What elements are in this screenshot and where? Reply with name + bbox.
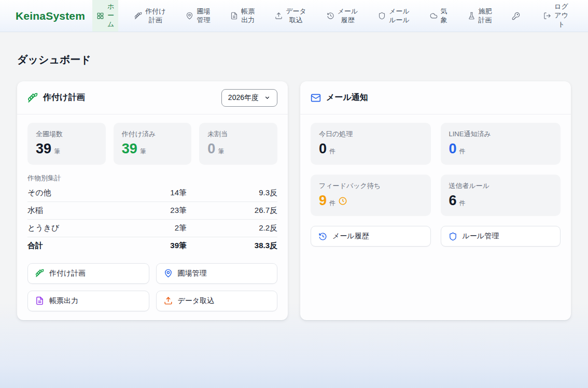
map-pin-icon xyxy=(186,12,193,20)
nav-item-label: メール ルール xyxy=(389,7,410,25)
upload-icon xyxy=(164,296,173,305)
stat-today-processed: 今日の処理 0 件 xyxy=(311,123,431,165)
page-title: ダッシュボード xyxy=(17,53,571,67)
stat-unit: 件 xyxy=(329,147,335,156)
logout-icon xyxy=(543,12,551,20)
nav-item-logout[interactable]: ログ アウ ト xyxy=(539,0,572,32)
crop-count: 14筆 xyxy=(124,188,187,198)
crop-name: 水稲 xyxy=(27,206,124,215)
nav-item-label: 気 象 xyxy=(441,7,447,25)
table-row: 水稲 23筆 26.7反 xyxy=(27,202,277,220)
wheat-icon xyxy=(35,269,44,278)
planting-plan-card: 作付け計画 2026年度 全圃場数 39 筆 作付け xyxy=(17,81,288,320)
crop-name: とうきび xyxy=(27,223,124,233)
nav-item-label: 帳票 出力 xyxy=(241,7,255,25)
crop-count: 39筆 xyxy=(124,241,187,251)
nav-item-weather[interactable]: 気 象 xyxy=(426,0,452,32)
crop-summary-table: 作物別集計 その他 14筆 9.3反 水稲 23筆 26.7反 とうきび 2筆 xyxy=(27,174,277,255)
stat-value: 9 xyxy=(319,193,327,209)
year-select-value: 2026年度 xyxy=(228,93,259,103)
crop-count: 2筆 xyxy=(124,223,187,233)
upload-icon xyxy=(275,12,283,20)
planting-card-title: 作付け計画 xyxy=(43,92,85,103)
nav-item-mail-history[interactable]: メール 履歴 xyxy=(323,0,362,32)
mail-notification-card: メール通知 今日の処理 0 件 LINE通知済み 0 xyxy=(300,81,571,320)
mail-card-body: 今日の処理 0 件 LINE通知済み 0 件 フ xyxy=(300,114,571,320)
stat-unit: 件 xyxy=(459,147,466,156)
shield-icon xyxy=(449,232,457,241)
nav-item-home[interactable]: ホ ー ム xyxy=(92,0,118,32)
nav-item-planting-plan[interactable]: 作付け 計画 xyxy=(130,0,170,32)
shield-icon xyxy=(378,12,386,20)
nav-item-label: ホ ー ム xyxy=(107,3,114,29)
key-icon xyxy=(512,12,520,20)
button-label: 圃場管理 xyxy=(178,269,207,278)
history-icon xyxy=(327,12,334,20)
stat-label: 全圃場数 xyxy=(36,130,97,139)
button-label: 作付け計画 xyxy=(49,269,86,278)
wheat-icon xyxy=(27,93,38,103)
planting-plan-button[interactable]: 作付け計画 xyxy=(27,263,149,284)
dashboard-page: ダッシュボード 作付け計画 2026年度 全圃場数 39 筆 xyxy=(0,32,588,320)
mail-icon xyxy=(311,93,321,103)
nav-item-mail-rules[interactable]: メール ルール xyxy=(374,0,414,32)
stat-unassigned: 未割当 0 筆 xyxy=(199,123,277,165)
stat-total-fields: 全圃場数 39 筆 xyxy=(27,123,106,165)
stat-label: フィードバック待ち xyxy=(319,181,423,191)
file-icon xyxy=(35,296,44,305)
year-select[interactable]: 2026年度 xyxy=(221,89,277,107)
crop-area: 2.2反 xyxy=(187,223,277,233)
nav-item-report-output[interactable]: 帳票 出力 xyxy=(226,0,259,32)
report-output-button[interactable]: 帳票出力 xyxy=(27,291,149,311)
stat-planted: 作付け済み 39 筆 xyxy=(114,123,192,165)
chevron-down-icon xyxy=(264,94,271,101)
table-row: その他 14筆 9.3反 xyxy=(27,184,277,202)
crop-name: その他 xyxy=(27,188,124,198)
table-row-total: 合計 39筆 38.3反 xyxy=(27,237,277,255)
nav-item-label: データ 取込 xyxy=(286,7,306,25)
nav-item-data-import[interactable]: データ 取込 xyxy=(271,0,311,32)
stat-value: 0 xyxy=(449,141,457,157)
button-label: ルール管理 xyxy=(463,232,499,241)
stat-sender-rules: 送信者ルール 6 件 xyxy=(441,175,561,217)
nav-item-label: ログ アウ ト xyxy=(554,3,568,29)
file-icon xyxy=(230,12,238,20)
mail-card-title: メール通知 xyxy=(326,92,368,103)
stat-unit: 筆 xyxy=(140,147,146,156)
cloud-icon xyxy=(430,12,438,20)
button-label: データ取込 xyxy=(178,296,215,306)
button-label: 帳票出力 xyxy=(49,296,78,306)
stat-unit: 件 xyxy=(329,199,335,208)
mail-history-button[interactable]: メール履歴 xyxy=(311,226,431,247)
stat-value: 0 xyxy=(319,141,327,157)
nav-item-label: 圃場 管理 xyxy=(197,7,210,25)
crop-summary-title: 作物別集計 xyxy=(27,174,277,183)
crop-area: 26.7反 xyxy=(187,206,277,215)
button-label: メール履歴 xyxy=(332,232,369,241)
nav-item-label: メール 履歴 xyxy=(338,7,358,25)
nav-item-password-key[interactable] xyxy=(508,0,527,32)
history-icon xyxy=(318,232,327,241)
stat-unit: 件 xyxy=(459,199,466,208)
stat-label: 未割当 xyxy=(207,130,269,139)
nav-item-label: 施肥 計画 xyxy=(479,7,492,25)
nav-item-fertilization-plan[interactable]: 施肥 計画 xyxy=(464,0,496,32)
field-management-button[interactable]: 圃場管理 xyxy=(156,263,278,284)
stat-label: 送信者ルール xyxy=(449,181,553,191)
rule-management-button[interactable]: ルール管理 xyxy=(441,226,561,247)
crop-area: 9.3反 xyxy=(187,188,277,198)
grid-icon xyxy=(96,12,104,20)
stat-value: 0 xyxy=(207,141,215,157)
stat-label: 今日の処理 xyxy=(319,130,423,139)
stat-feedback-waiting: フィードバック待ち 9 件 xyxy=(311,175,431,217)
nav-item-field-management[interactable]: 圃場 管理 xyxy=(181,0,214,32)
mail-card-header: メール通知 xyxy=(300,81,571,114)
stat-line-notified: LINE通知済み 0 件 xyxy=(441,123,561,165)
crop-count: 23筆 xyxy=(124,206,187,215)
stat-value: 39 xyxy=(122,141,137,157)
stat-unit: 筆 xyxy=(54,147,60,156)
stat-unit: 筆 xyxy=(218,147,224,156)
flask-icon xyxy=(468,12,475,20)
brand-logo[interactable]: KeinaSystem xyxy=(16,10,85,22)
data-import-button[interactable]: データ取込 xyxy=(156,291,278,311)
